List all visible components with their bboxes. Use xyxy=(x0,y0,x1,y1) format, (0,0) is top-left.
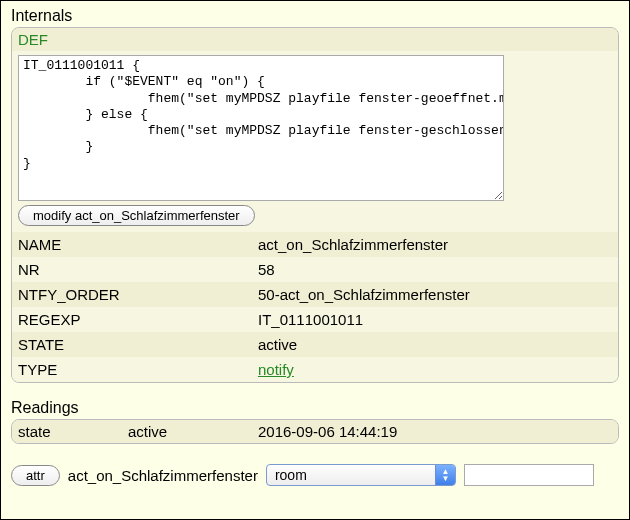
internals-value[interactable]: notify xyxy=(252,357,618,382)
internals-value: act_on_Schlafzimmerfenster xyxy=(252,232,618,257)
internals-key: NAME xyxy=(12,232,252,257)
internals-key: REGEXP xyxy=(12,307,252,332)
readings-row: stateactive2016-09-06 14:44:19 xyxy=(12,420,618,443)
attr-select[interactable]: room ▲▼ xyxy=(266,464,456,486)
internals-row: TYPEnotify xyxy=(12,357,618,382)
reading-value: active xyxy=(128,423,258,440)
internals-heading: Internals xyxy=(11,7,619,25)
def-header-row: DEF xyxy=(12,28,618,51)
internals-key: NR xyxy=(12,257,252,282)
internals-table: NAMEact_on_SchlafzimmerfensterNR58NTFY_O… xyxy=(12,232,618,382)
type-link[interactable]: notify xyxy=(258,361,294,378)
internals-key: TYPE xyxy=(12,357,252,382)
internals-row: NAMEact_on_Schlafzimmerfenster xyxy=(12,232,618,257)
internals-value: active xyxy=(252,332,618,357)
internals-panel: DEF modify act_on_Schlafzimmerfenster NA… xyxy=(11,27,619,383)
attr-bar: attr act_on_Schlafzimmerfenster room ▲▼ xyxy=(11,464,619,486)
internals-row: NTFY_ORDER50-act_on_Schlafzimmerfenster xyxy=(12,282,618,307)
def-body: modify act_on_Schlafzimmerfenster xyxy=(12,51,618,232)
modify-button[interactable]: modify act_on_Schlafzimmerfenster xyxy=(18,205,255,226)
select-arrows-icon: ▲▼ xyxy=(435,465,455,485)
readings-heading: Readings xyxy=(11,399,619,417)
attr-device-label: act_on_Schlafzimmerfenster xyxy=(68,467,258,484)
def-textarea[interactable] xyxy=(18,55,504,201)
readings-panel: stateactive2016-09-06 14:44:19 xyxy=(11,419,619,444)
internals-row: NR58 xyxy=(12,257,618,282)
attr-button[interactable]: attr xyxy=(11,465,60,486)
def-label[interactable]: DEF xyxy=(18,31,48,48)
attr-value-input[interactable] xyxy=(464,464,594,486)
internals-key: NTFY_ORDER xyxy=(12,282,252,307)
reading-name: state xyxy=(18,423,128,440)
internals-value: IT_0111001011 xyxy=(252,307,618,332)
internals-row: REGEXPIT_0111001011 xyxy=(12,307,618,332)
internals-row: STATEactive xyxy=(12,332,618,357)
reading-time: 2016-09-06 14:44:19 xyxy=(258,423,612,440)
attr-select-value: room xyxy=(275,467,307,483)
internals-value: 58 xyxy=(252,257,618,282)
internals-value: 50-act_on_Schlafzimmerfenster xyxy=(252,282,618,307)
internals-key: STATE xyxy=(12,332,252,357)
